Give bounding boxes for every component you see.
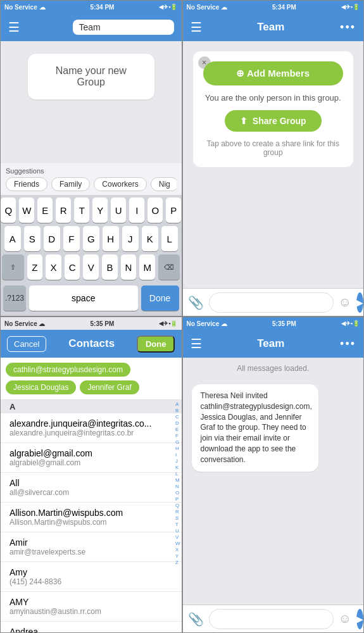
more-options-icon[interactable]: ••• — [340, 21, 356, 34]
nav-bar-top-left: ☰ — [1, 13, 182, 41]
battery-br: ◀✈▪🔋 — [341, 320, 360, 327]
key-f[interactable]: F — [63, 226, 80, 251]
contact-allison[interactable]: Allison.Martin@wispubs.com Allison.Marti… — [1, 503, 182, 532]
key-e[interactable]: E — [37, 197, 53, 223]
heart-icon[interactable]: ♡ — [325, 389, 335, 403]
send-button-br[interactable]: ▶ — [356, 609, 363, 629]
group-name-input[interactable] — [73, 20, 174, 35]
attach-icon[interactable]: 📎 — [188, 295, 204, 310]
contacts-nav: Cancel Contacts Done — [1, 330, 182, 358]
more-options-br[interactable]: ••• — [340, 337, 356, 351]
group-info-card: × ⊕ Add Members You are the only person … — [193, 51, 354, 167]
done-key[interactable]: Done — [141, 285, 179, 311]
key-k[interactable]: K — [142, 226, 158, 251]
contact-amir[interactable]: Amir amir@travelexperts.se — [1, 532, 182, 562]
message-input-top[interactable] — [209, 292, 334, 313]
key-t[interactable]: T — [74, 197, 89, 223]
key-i[interactable]: I — [129, 197, 144, 223]
key-c[interactable]: C — [65, 254, 80, 280]
cancel-button[interactable]: Cancel — [7, 336, 46, 352]
key-z[interactable]: Z — [27, 254, 43, 280]
emoji-icon-br[interactable]: ☺ — [339, 611, 351, 626]
key-u[interactable]: U — [111, 197, 126, 223]
only-person-text: You are the only person in this group. — [205, 93, 341, 103]
message-input-br[interactable] — [209, 609, 334, 629]
share-group-button[interactable]: ⬆ Share Group — [225, 110, 322, 132]
shift-key[interactable]: ⇧ — [2, 254, 24, 280]
alpha-index[interactable]: ABCDEFGHIJKLMNOPQRSTUVWXYZ — [175, 400, 180, 565]
status-bar-bottom-left: No Service ☁ 5:35 PM ◀✈▪🔋 — [1, 317, 182, 330]
key-a[interactable]: A — [4, 226, 21, 251]
chip-family[interactable]: Family — [51, 177, 90, 191]
key-g[interactable]: G — [83, 226, 99, 251]
menu-icon[interactable]: ☰ — [8, 20, 20, 35]
battery-bl: ◀✈▪🔋 — [159, 320, 177, 327]
key-v[interactable]: V — [83, 254, 99, 280]
key-m[interactable]: M — [139, 254, 155, 280]
send-arrow-icon: ▶ — [356, 298, 363, 308]
contact-andrea[interactable]: Andrea acanalini@ebilling.it — [1, 622, 182, 632]
keyboard-row-2: A S D F G H J K L — [2, 226, 180, 251]
chip-night[interactable]: Nig — [151, 177, 177, 191]
menu-icon-right[interactable]: ☰ — [191, 20, 202, 35]
key-j[interactable]: J — [122, 226, 139, 251]
key-l[interactable]: L — [161, 226, 178, 251]
contacts-screen: No Service ☁ 5:35 PM ◀✈▪🔋 Cancel Contact… — [0, 316, 182, 633]
key-n[interactable]: N — [121, 254, 137, 280]
key-x[interactable]: X — [46, 254, 61, 280]
key-b[interactable]: B — [102, 254, 118, 280]
contact-amy-phone[interactable]: Amy (415) 244-8836 — [1, 562, 182, 592]
nav-title-br: Team — [257, 337, 284, 350]
chip-jessica[interactable]: Jessica Douglas — [6, 380, 76, 394]
message-input-bar-top: 📎 ☺ ▶ — [183, 288, 364, 316]
keyboard-row-3: ⇧ Z X C V B N M ⌫ — [2, 254, 180, 280]
suggestions-chips: Friends Family Coworkers Nig — [6, 177, 177, 191]
keyboard: Q W E R T Y U I O P A S D F G H J K L — [1, 195, 182, 316]
nav-bar-top-right: ☰ Team ••• — [183, 13, 364, 41]
suggestions-bar: Suggestions Friends Family Coworkers Nig — [1, 163, 182, 195]
chip-jennifer[interactable]: Jennifer Graf — [80, 380, 139, 394]
contacts-done-button[interactable]: Done — [137, 335, 175, 353]
contact-amy-email[interactable]: AMY amyinaustin@austin.rr.com — [1, 592, 182, 622]
key-q[interactable]: Q — [1, 197, 16, 223]
selected-contacts-chips: cathlin@strategyplusdesign.com Jessica D… — [1, 358, 182, 400]
battery-area-r: ◀✈▪🔋 — [341, 4, 360, 10]
chip-cathlin[interactable]: cathlin@strategyplusdesign.com — [6, 363, 130, 377]
emoji-icon-top[interactable]: ☺ — [339, 295, 351, 310]
all-loaded-text: All messages loaded. — [183, 358, 364, 379]
attach-icon-br[interactable]: 📎 — [188, 611, 204, 627]
signal-br: No Service ☁ — [187, 320, 227, 327]
send-arrow-br: ▶ — [356, 614, 363, 624]
nav-bar-bottom-right: ☰ Team ••• — [183, 330, 364, 358]
send-button-top[interactable]: ▶ — [356, 292, 363, 313]
key-w[interactable]: W — [19, 197, 34, 223]
status-bar-top-right: No Service ☁ 5:34 PM ◀✈▪🔋 — [183, 1, 364, 13]
key-y[interactable]: Y — [92, 197, 108, 223]
contact-list: A alexandre.junqueira@integritas.co... a… — [1, 400, 182, 632]
contact-algrabiel[interactable]: algrabiel@gmail.com algrabiel@gmail.com — [1, 443, 182, 473]
section-header-a: A — [1, 400, 182, 413]
key-h[interactable]: H — [103, 226, 119, 251]
signal-icon-r: No Service ☁ — [187, 4, 227, 11]
share-icon: ⬆ — [240, 116, 248, 126]
suggestions-label: Suggestions — [6, 167, 177, 175]
key-d[interactable]: D — [44, 226, 60, 251]
message-input-bar-br: 📎 ☺ ▶ — [183, 605, 364, 632]
contact-all[interactable]: All all@silvercar.com — [1, 473, 182, 503]
key-s[interactable]: S — [24, 226, 41, 251]
delete-key[interactable]: ⌫ — [158, 254, 180, 280]
add-members-button[interactable]: ⊕ Add Members — [203, 61, 344, 85]
chip-friends[interactable]: Friends — [6, 177, 47, 191]
nums-key[interactable]: .?123 — [3, 285, 26, 311]
tap-text: Tap above to create a share link for thi… — [203, 139, 344, 157]
key-r[interactable]: R — [56, 197, 71, 223]
nav-title-team: Team — [257, 21, 284, 34]
add-members-label: ⊕ Add Members — [236, 68, 310, 79]
menu-icon-br[interactable]: ☰ — [191, 336, 202, 351]
wifi-icon: ☁ — [39, 4, 46, 11]
space-key[interactable]: space — [29, 285, 138, 311]
key-p[interactable]: P — [166, 197, 181, 223]
chip-coworkers[interactable]: Coworkers — [94, 177, 146, 191]
key-o[interactable]: O — [147, 197, 163, 223]
contact-alexandre[interactable]: alexandre.junqueira@integritas.co... ale… — [1, 413, 182, 443]
